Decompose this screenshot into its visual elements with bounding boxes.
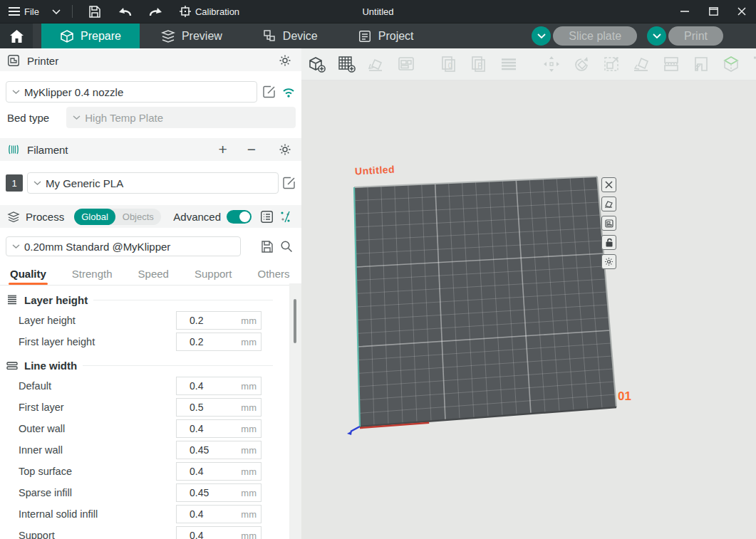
filament-settings-gear-icon[interactable]: [279, 143, 291, 156]
tab-quality[interactable]: Quality: [10, 268, 46, 285]
calibration-button[interactable]: Calibration: [180, 6, 239, 17]
redo-icon[interactable]: [144, 0, 168, 23]
line-width-first-layer-input[interactable]: 0.5 mm: [176, 398, 262, 417]
setting-value: 0.4: [190, 466, 203, 477]
add-plate-button[interactable]: [336, 53, 357, 75]
copy-button[interactable]: 0: [438, 53, 460, 75]
plate-settings-gear-icon[interactable]: [601, 254, 616, 269]
arrange-button[interactable]: [395, 53, 417, 75]
slice-plate-button[interactable]: Slice plate: [553, 26, 637, 46]
maximize-button[interactable]: [699, 0, 727, 23]
sidebar-scrollbar-track[interactable]: [289, 283, 301, 539]
line-width-support-input[interactable]: 0.4 mm: [176, 526, 262, 539]
process-preset-select[interactable]: 0.20mm Standard @MyKlipper: [6, 236, 241, 256]
cut-tool-button[interactable]: [661, 53, 682, 75]
orient-plate-icon[interactable]: [601, 197, 616, 211]
arrange-plate-icon[interactable]: [601, 216, 616, 231]
tab-prepare[interactable]: Prepare: [41, 23, 140, 48]
print-dropdown-button[interactable]: [647, 26, 666, 46]
lock-plate-icon[interactable]: [601, 235, 616, 250]
save-preset-icon[interactable]: [261, 241, 273, 253]
line-width-sparse-infill-input[interactable]: 0.45 mm: [176, 483, 262, 502]
edit-filament-icon[interactable]: [283, 177, 296, 189]
text-tool-button[interactable]: a: [750, 53, 756, 75]
setting-value: 0.45: [190, 444, 209, 456]
svg-text:0: 0: [448, 62, 452, 70]
minimize-button[interactable]: [670, 0, 699, 23]
rotate-tool-button[interactable]: [571, 53, 592, 75]
setting-unit: mm: [241, 509, 257, 520]
printer-connection-wifi-icon[interactable]: [281, 86, 296, 98]
setting-value: 0.4: [190, 380, 203, 392]
save-icon[interactable]: [84, 0, 105, 23]
scope-global-button[interactable]: Global: [74, 209, 115, 225]
setting-value: 0.4: [190, 423, 203, 434]
move-tool-button[interactable]: [541, 53, 562, 75]
tab-speed[interactable]: Speed: [138, 268, 169, 285]
bed-type-select[interactable]: High Temp Plate: [66, 107, 296, 128]
setting-value: 0.4: [190, 508, 203, 520]
sidebar-scrollbar-thumb[interactable]: [294, 299, 296, 343]
paste-button[interactable]: P: [468, 53, 490, 75]
add-filament-button[interactable]: +: [218, 141, 227, 158]
filament-preset-row: 1 My Generic PLA: [0, 172, 301, 194]
tab-others[interactable]: Others: [258, 268, 290, 285]
setting-unit: mm: [241, 466, 257, 477]
plate-controls: [601, 177, 616, 269]
viewport-3d[interactable]: 0 P: [301, 48, 756, 539]
add-model-button[interactable]: [306, 53, 327, 75]
scale-tool-button[interactable]: [601, 53, 622, 75]
layer-height-section: Layer height: [0, 290, 301, 310]
tab-device[interactable]: Device: [244, 23, 336, 48]
setting-row: Top surface 0.4 mm: [0, 461, 301, 482]
line-width-outer-wall-input[interactable]: 0.4 mm: [176, 419, 262, 438]
setting-label: First layer: [19, 402, 64, 413]
home-button[interactable]: [0, 23, 33, 48]
search-settings-icon[interactable]: [280, 240, 293, 253]
lay-on-face-button[interactable]: [631, 53, 652, 75]
printer-preset-select[interactable]: MyKlipper 0.4 nozzle: [6, 81, 257, 103]
support-paint-button[interactable]: [690, 53, 712, 75]
delete-plate-icon[interactable]: [601, 177, 616, 192]
color-paint-button[interactable]: [720, 53, 742, 75]
tab-strength[interactable]: Strength: [72, 268, 113, 285]
print-button[interactable]: Print: [668, 26, 723, 46]
setting-value: 0.5: [190, 402, 203, 413]
close-button[interactable]: [727, 0, 756, 23]
setting-unit: mm: [241, 337, 257, 347]
tab-preview[interactable]: Preview: [143, 23, 241, 48]
edit-printer-icon[interactable]: [263, 85, 276, 98]
compare-presets-icon[interactable]: [279, 210, 291, 224]
filament-preset-value: My Generic PLA: [46, 177, 123, 189]
build-plate[interactable]: [301, 80, 756, 539]
auto-orient-button[interactable]: [366, 53, 387, 75]
file-menu[interactable]: File: [9, 6, 39, 17]
tab-project[interactable]: Project: [339, 23, 433, 48]
plate-name-label[interactable]: Untitled: [355, 164, 395, 177]
setting-label: Inner wall: [19, 444, 63, 456]
first-layer-height-input[interactable]: 0.2 mm: [176, 333, 262, 351]
line-width-top-surface-input[interactable]: 0.4 mm: [176, 462, 262, 481]
line-width-icon: [6, 361, 19, 370]
advanced-toggle[interactable]: [227, 210, 252, 224]
setting-unit: mm: [241, 424, 257, 434]
setting-row: Sparse infill 0.45 mm: [0, 482, 301, 503]
split-to-objects-button[interactable]: [498, 53, 519, 75]
build-plate-scene[interactable]: Untitled 01: [301, 80, 756, 539]
tab-support[interactable]: Support: [195, 268, 232, 285]
line-width-internal-solid-infill-input[interactable]: 0.4 mm: [176, 505, 262, 523]
printer-settings-gear-icon[interactable]: [279, 54, 291, 67]
params-table-icon[interactable]: [260, 210, 274, 224]
filament-slot-badge[interactable]: 1: [6, 174, 23, 192]
scope-objects-button[interactable]: Objects: [115, 209, 161, 225]
chevron-down-icon[interactable]: [52, 9, 61, 14]
filament-preset-select[interactable]: My Generic PLA: [27, 172, 279, 194]
layer-height-input[interactable]: 0.2 mm: [176, 311, 262, 330]
remove-filament-button[interactable]: −: [247, 141, 256, 158]
line-width-default-input[interactable]: 0.4 mm: [176, 377, 262, 395]
line-width-inner-wall-input[interactable]: 0.45 mm: [176, 441, 262, 459]
undo-icon[interactable]: [113, 0, 137, 23]
slice-dropdown-button[interactable]: [532, 26, 551, 46]
setting-value: 0.4: [190, 530, 203, 539]
layer-height-icon: [6, 295, 19, 305]
